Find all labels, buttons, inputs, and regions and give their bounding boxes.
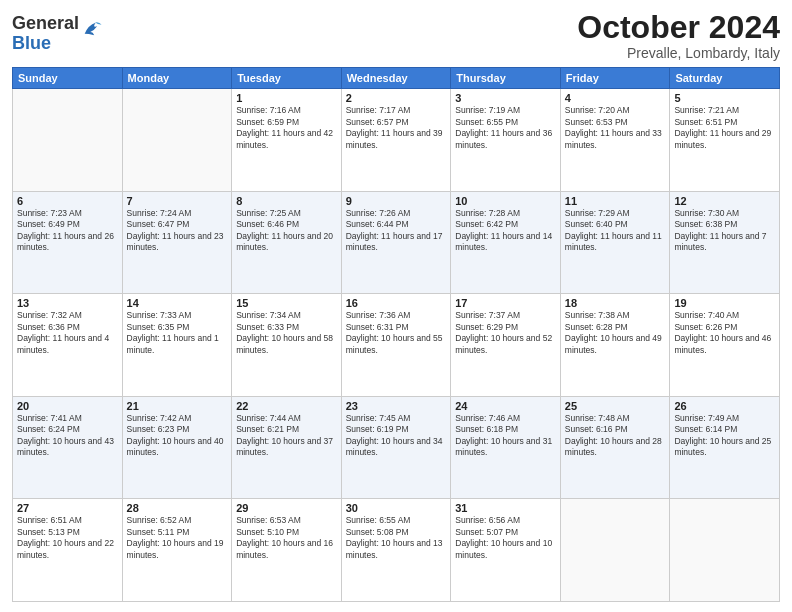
- calendar-cell: 10Sunrise: 7:28 AM Sunset: 6:42 PM Dayli…: [451, 191, 561, 294]
- day-number: 11: [565, 195, 666, 207]
- week-row-2: 6Sunrise: 7:23 AM Sunset: 6:49 PM Daylig…: [13, 191, 780, 294]
- day-info: Sunrise: 7:19 AM Sunset: 6:55 PM Dayligh…: [455, 105, 556, 151]
- calendar-cell: 4Sunrise: 7:20 AM Sunset: 6:53 PM Daylig…: [560, 89, 670, 192]
- day-number: 8: [236, 195, 337, 207]
- day-number: 7: [127, 195, 228, 207]
- weekday-header-tuesday: Tuesday: [232, 68, 342, 89]
- day-info: Sunrise: 7:25 AM Sunset: 6:46 PM Dayligh…: [236, 208, 337, 254]
- calendar-cell: [670, 499, 780, 602]
- day-number: 18: [565, 297, 666, 309]
- day-info: Sunrise: 7:48 AM Sunset: 6:16 PM Dayligh…: [565, 413, 666, 459]
- day-info: Sunrise: 7:45 AM Sunset: 6:19 PM Dayligh…: [346, 413, 447, 459]
- calendar-cell: 21Sunrise: 7:42 AM Sunset: 6:23 PM Dayli…: [122, 396, 232, 499]
- day-number: 27: [17, 502, 118, 514]
- calendar-cell: 14Sunrise: 7:33 AM Sunset: 6:35 PM Dayli…: [122, 294, 232, 397]
- day-info: Sunrise: 6:52 AM Sunset: 5:11 PM Dayligh…: [127, 515, 228, 561]
- day-number: 4: [565, 92, 666, 104]
- day-number: 13: [17, 297, 118, 309]
- day-number: 28: [127, 502, 228, 514]
- calendar-cell: [122, 89, 232, 192]
- day-info: Sunrise: 7:33 AM Sunset: 6:35 PM Dayligh…: [127, 310, 228, 356]
- calendar-cell: 19Sunrise: 7:40 AM Sunset: 6:26 PM Dayli…: [670, 294, 780, 397]
- calendar-cell: 12Sunrise: 7:30 AM Sunset: 6:38 PM Dayli…: [670, 191, 780, 294]
- day-number: 14: [127, 297, 228, 309]
- weekday-header-row: SundayMondayTuesdayWednesdayThursdayFrid…: [13, 68, 780, 89]
- calendar-cell: 11Sunrise: 7:29 AM Sunset: 6:40 PM Dayli…: [560, 191, 670, 294]
- logo: General Blue: [12, 14, 103, 54]
- day-number: 26: [674, 400, 775, 412]
- day-info: Sunrise: 6:55 AM Sunset: 5:08 PM Dayligh…: [346, 515, 447, 561]
- header: General Blue October 2024 Prevalle, Lomb…: [12, 10, 780, 61]
- day-number: 12: [674, 195, 775, 207]
- day-number: 25: [565, 400, 666, 412]
- day-number: 3: [455, 92, 556, 104]
- day-info: Sunrise: 7:38 AM Sunset: 6:28 PM Dayligh…: [565, 310, 666, 356]
- title-block: October 2024 Prevalle, Lombardy, Italy: [577, 10, 780, 61]
- week-row-3: 13Sunrise: 7:32 AM Sunset: 6:36 PM Dayli…: [13, 294, 780, 397]
- day-number: 15: [236, 297, 337, 309]
- calendar-cell: 5Sunrise: 7:21 AM Sunset: 6:51 PM Daylig…: [670, 89, 780, 192]
- day-info: Sunrise: 7:21 AM Sunset: 6:51 PM Dayligh…: [674, 105, 775, 151]
- calendar-cell: [560, 499, 670, 602]
- day-info: Sunrise: 6:51 AM Sunset: 5:13 PM Dayligh…: [17, 515, 118, 561]
- week-row-5: 27Sunrise: 6:51 AM Sunset: 5:13 PM Dayli…: [13, 499, 780, 602]
- day-info: Sunrise: 7:23 AM Sunset: 6:49 PM Dayligh…: [17, 208, 118, 254]
- day-number: 6: [17, 195, 118, 207]
- location: Prevalle, Lombardy, Italy: [577, 45, 780, 61]
- day-number: 23: [346, 400, 447, 412]
- day-number: 16: [346, 297, 447, 309]
- calendar-cell: 25Sunrise: 7:48 AM Sunset: 6:16 PM Dayli…: [560, 396, 670, 499]
- day-number: 20: [17, 400, 118, 412]
- calendar-table: SundayMondayTuesdayWednesdayThursdayFrid…: [12, 67, 780, 602]
- day-number: 17: [455, 297, 556, 309]
- day-info: Sunrise: 7:28 AM Sunset: 6:42 PM Dayligh…: [455, 208, 556, 254]
- calendar-cell: 18Sunrise: 7:38 AM Sunset: 6:28 PM Dayli…: [560, 294, 670, 397]
- calendar-cell: 8Sunrise: 7:25 AM Sunset: 6:46 PM Daylig…: [232, 191, 342, 294]
- logo-general: General: [12, 13, 79, 33]
- day-number: 30: [346, 502, 447, 514]
- calendar-cell: 3Sunrise: 7:19 AM Sunset: 6:55 PM Daylig…: [451, 89, 561, 192]
- weekday-header-saturday: Saturday: [670, 68, 780, 89]
- day-info: Sunrise: 7:46 AM Sunset: 6:18 PM Dayligh…: [455, 413, 556, 459]
- logo-bird-icon: [81, 19, 103, 41]
- day-number: 9: [346, 195, 447, 207]
- day-number: 1: [236, 92, 337, 104]
- day-number: 21: [127, 400, 228, 412]
- day-info: Sunrise: 6:53 AM Sunset: 5:10 PM Dayligh…: [236, 515, 337, 561]
- day-info: Sunrise: 7:36 AM Sunset: 6:31 PM Dayligh…: [346, 310, 447, 356]
- day-info: Sunrise: 7:40 AM Sunset: 6:26 PM Dayligh…: [674, 310, 775, 356]
- calendar-cell: 30Sunrise: 6:55 AM Sunset: 5:08 PM Dayli…: [341, 499, 451, 602]
- calendar-cell: 26Sunrise: 7:49 AM Sunset: 6:14 PM Dayli…: [670, 396, 780, 499]
- month-title: October 2024: [577, 10, 780, 45]
- weekday-header-thursday: Thursday: [451, 68, 561, 89]
- day-info: Sunrise: 7:29 AM Sunset: 6:40 PM Dayligh…: [565, 208, 666, 254]
- day-info: Sunrise: 7:16 AM Sunset: 6:59 PM Dayligh…: [236, 105, 337, 151]
- calendar-cell: 7Sunrise: 7:24 AM Sunset: 6:47 PM Daylig…: [122, 191, 232, 294]
- day-info: Sunrise: 7:37 AM Sunset: 6:29 PM Dayligh…: [455, 310, 556, 356]
- calendar-cell: 2Sunrise: 7:17 AM Sunset: 6:57 PM Daylig…: [341, 89, 451, 192]
- day-info: Sunrise: 7:42 AM Sunset: 6:23 PM Dayligh…: [127, 413, 228, 459]
- day-info: Sunrise: 7:20 AM Sunset: 6:53 PM Dayligh…: [565, 105, 666, 151]
- calendar-cell: 27Sunrise: 6:51 AM Sunset: 5:13 PM Dayli…: [13, 499, 123, 602]
- calendar-cell: 17Sunrise: 7:37 AM Sunset: 6:29 PM Dayli…: [451, 294, 561, 397]
- day-info: Sunrise: 7:17 AM Sunset: 6:57 PM Dayligh…: [346, 105, 447, 151]
- day-info: Sunrise: 7:30 AM Sunset: 6:38 PM Dayligh…: [674, 208, 775, 254]
- day-number: 19: [674, 297, 775, 309]
- calendar-cell: 1Sunrise: 7:16 AM Sunset: 6:59 PM Daylig…: [232, 89, 342, 192]
- calendar-cell: 24Sunrise: 7:46 AM Sunset: 6:18 PM Dayli…: [451, 396, 561, 499]
- calendar-cell: 16Sunrise: 7:36 AM Sunset: 6:31 PM Dayli…: [341, 294, 451, 397]
- calendar-cell: 29Sunrise: 6:53 AM Sunset: 5:10 PM Dayli…: [232, 499, 342, 602]
- calendar-cell: 31Sunrise: 6:56 AM Sunset: 5:07 PM Dayli…: [451, 499, 561, 602]
- weekday-header-monday: Monday: [122, 68, 232, 89]
- day-info: Sunrise: 7:41 AM Sunset: 6:24 PM Dayligh…: [17, 413, 118, 459]
- day-info: Sunrise: 7:24 AM Sunset: 6:47 PM Dayligh…: [127, 208, 228, 254]
- day-info: Sunrise: 7:34 AM Sunset: 6:33 PM Dayligh…: [236, 310, 337, 356]
- day-number: 10: [455, 195, 556, 207]
- calendar-cell: 23Sunrise: 7:45 AM Sunset: 6:19 PM Dayli…: [341, 396, 451, 499]
- weekday-header-wednesday: Wednesday: [341, 68, 451, 89]
- logo-blue: Blue: [12, 33, 51, 53]
- day-info: Sunrise: 7:44 AM Sunset: 6:21 PM Dayligh…: [236, 413, 337, 459]
- day-number: 29: [236, 502, 337, 514]
- day-info: Sunrise: 6:56 AM Sunset: 5:07 PM Dayligh…: [455, 515, 556, 561]
- calendar-cell: 28Sunrise: 6:52 AM Sunset: 5:11 PM Dayli…: [122, 499, 232, 602]
